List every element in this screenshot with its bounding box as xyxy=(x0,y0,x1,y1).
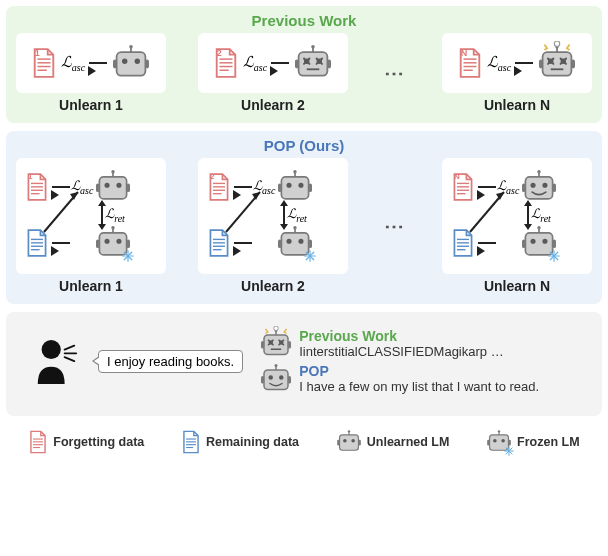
loss-asc: ℒasc xyxy=(243,53,267,73)
prev-cell-n: N ℒasc Unlearn N xyxy=(442,33,592,113)
pop-caption-1: Unlearn 1 xyxy=(59,278,123,294)
loss-asc: ℒasc xyxy=(487,53,511,73)
robot-icon xyxy=(336,430,362,454)
diagonal-arrow-icon xyxy=(472,210,502,220)
pop-panel: POP (Ours) 1 ℒasc ℒ xyxy=(6,131,602,304)
robot-neutral-icon xyxy=(94,170,132,204)
arrow-icon xyxy=(234,242,252,244)
updown-arrow-group: ℒret xyxy=(527,206,551,224)
conversation-panel: I enjoy reading books. Previous Work Iin… xyxy=(6,312,602,416)
conv-prev-label: Previous Work xyxy=(299,328,503,344)
robot-smile-icon xyxy=(520,170,558,204)
legend-remaining-label: Remaining data xyxy=(206,435,299,449)
pop-stage-n: N ℒasc ℒret xyxy=(442,158,592,274)
pop-caption-2: Unlearn 2 xyxy=(241,278,305,294)
legend-frozen-label: Frozen LM xyxy=(517,435,580,449)
doc-index: N xyxy=(461,48,468,58)
robot-neutral-icon xyxy=(111,45,151,81)
previous-work-panel: Previous Work 1 ℒasc Unlearn 1 2 ℒasc xyxy=(6,6,602,123)
person-speaking-icon xyxy=(30,336,82,388)
pop-row: 1 ℒasc ℒret xyxy=(16,158,592,294)
prev-caption-1: Unlearn 1 xyxy=(59,97,123,113)
robot-smile-icon xyxy=(259,364,293,394)
robot-frozen-icon xyxy=(486,430,512,454)
prev-stage-1: 1 ℒasc xyxy=(16,33,166,93)
updown-arrow-group: ℒret xyxy=(101,206,125,224)
legend-remaining: Remaining data xyxy=(181,430,299,454)
robot-neutral-icon xyxy=(276,170,314,204)
pop-cell-2: 2 ℒasc ℒret xyxy=(198,158,348,294)
updown-arrow-group: ℒret xyxy=(283,206,307,224)
prev-caption-2: Unlearn 2 xyxy=(241,97,305,113)
legend-unlearned-label: Unlearned LM xyxy=(367,435,450,449)
prev-stage-2: 2 ℒasc xyxy=(198,33,348,93)
conv-pop-label: POP xyxy=(299,363,539,379)
forgetting-doc-icon xyxy=(28,430,48,454)
arrow-icon xyxy=(515,62,533,64)
conv-pop-output: I have a few on my list that I want to r… xyxy=(299,379,539,394)
doc-index: N xyxy=(454,172,460,181)
prev-stage-n: N ℒasc xyxy=(442,33,592,93)
diagonal-arrow-icon xyxy=(46,210,76,220)
legend: Forgetting data Remaining data Unlearned… xyxy=(6,424,602,454)
doc-index: 2 xyxy=(210,172,214,181)
loss-asc: ℒasc xyxy=(61,53,85,73)
conv-prev-output: IinterstitialCLASSIFIEDMagikarp … xyxy=(299,344,503,359)
prev-cell-2: 2 ℒasc Unlearn 2 xyxy=(198,33,348,113)
updown-arrow-icon xyxy=(101,206,103,224)
previous-work-row: 1 ℒasc Unlearn 1 2 ℒasc U xyxy=(16,33,592,113)
ellipsis-icon: ⋯ xyxy=(380,214,410,238)
pop-stage-1: 1 ℒasc ℒret xyxy=(16,158,166,274)
arrow-icon xyxy=(271,62,289,64)
legend-unlearned: Unlearned LM xyxy=(336,430,450,454)
arrow-icon xyxy=(478,242,496,244)
updown-arrow-icon xyxy=(527,206,529,224)
updown-arrow-icon xyxy=(283,206,285,224)
doc-index: 1 xyxy=(35,48,40,58)
doc-index: 2 xyxy=(217,48,222,58)
robot-frozen-icon xyxy=(276,226,314,260)
pop-cell-1: 1 ℒasc ℒret xyxy=(16,158,166,294)
arrow-icon xyxy=(89,62,107,64)
robot-meltdown-icon xyxy=(537,45,577,81)
loss-ret: ℒret xyxy=(105,206,125,224)
legend-frozen: Frozen LM xyxy=(486,430,580,454)
legend-forgetting: Forgetting data xyxy=(28,430,144,454)
conv-prev-line: I enjoy reading books. Previous Work Iin… xyxy=(92,328,578,394)
pop-title: POP (Ours) xyxy=(16,137,592,154)
robot-frozen-icon xyxy=(94,226,132,260)
doc-index: 1 xyxy=(28,172,32,181)
ellipsis-icon: ⋯ xyxy=(380,61,410,85)
legend-forgetting-label: Forgetting data xyxy=(53,435,144,449)
arrow-icon xyxy=(52,242,70,244)
pop-cell-n: N ℒasc ℒret xyxy=(442,158,592,294)
diagonal-arrow-icon xyxy=(228,210,258,220)
user-utterance: I enjoy reading books. xyxy=(98,350,243,373)
previous-work-title: Previous Work xyxy=(16,12,592,29)
robot-frozen-icon xyxy=(520,226,558,260)
pop-stage-2: 2 ℒasc ℒret xyxy=(198,158,348,274)
loss-ret: ℒret xyxy=(287,206,307,224)
loss-ret: ℒret xyxy=(531,206,551,224)
prev-cell-1: 1 ℒasc Unlearn 1 xyxy=(16,33,166,113)
prev-caption-n: Unlearn N xyxy=(484,97,550,113)
robot-meltdown-icon xyxy=(259,329,293,359)
pop-caption-n: Unlearn N xyxy=(484,278,550,294)
remaining-doc-icon xyxy=(181,430,201,454)
robot-x-icon xyxy=(293,45,333,81)
